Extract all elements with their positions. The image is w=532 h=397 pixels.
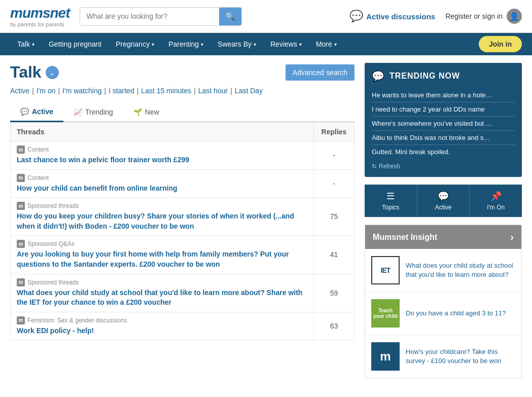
filter-i-started[interactable]: I started — [109, 87, 134, 95]
tab-active[interactable]: 💬 Active — [10, 102, 63, 122]
nav-item-more[interactable]: More ▾ — [309, 33, 344, 55]
refresh-label: Refresh — [379, 163, 400, 170]
register-link[interactable]: Register or sign in 👤 — [445, 9, 522, 24]
chevron-down-icon: ▾ — [334, 42, 337, 47]
join-button[interactable]: Join in — [479, 36, 522, 52]
nav-item-reviews[interactable]: Reviews ▾ — [263, 33, 309, 55]
insight-title: Mumsnet Insight — [373, 233, 437, 242]
sidebar-nav-active[interactable]: 💬 Active — [417, 185, 470, 217]
logo-main-text: mumsnet — [10, 5, 69, 21]
sidebar-nav-topics[interactable]: ☰ Topics — [365, 185, 417, 217]
trending-list: He wants to leave them alone in a hote…I… — [372, 88, 515, 159]
thread-cell: mSponsored Q&AsAre you looking to buy yo… — [11, 236, 314, 274]
trending-item[interactable]: Aibu to think Dsis was not broke and s… — [372, 131, 515, 145]
thread-link[interactable]: How do you keep your children busy? Shar… — [17, 212, 294, 230]
m-icon: m — [17, 240, 25, 248]
sidebar-nav-im-on[interactable]: 📌 I'm On — [470, 185, 522, 217]
iet-logo-thumb: IET — [371, 256, 400, 284]
thread-tag: mSponsored Q&As — [17, 240, 307, 248]
thread-category: Content — [27, 146, 49, 153]
replies-cell: 75 — [314, 198, 354, 236]
active-icon: 💬 — [438, 191, 449, 202]
filter-links: Active | I'm on | I'm watching | I start… — [10, 87, 354, 95]
m-icon: m — [17, 278, 25, 286]
thread-category: Sponsored Q&As — [27, 240, 75, 247]
active-discussions-link[interactable]: 💬 Active discussions — [349, 10, 435, 23]
replies-cell: 59 — [314, 274, 354, 312]
tab-trending-label: Trending — [85, 108, 113, 116]
replies-column-header: Replies — [314, 123, 354, 141]
trending-item[interactable]: I need to change 2 year old DDs name — [372, 102, 515, 117]
nav-item-parenting[interactable]: Parenting ▾ — [161, 33, 210, 55]
thread-table: Threads Replies mContentLast chance to w… — [10, 122, 354, 340]
insight-box: Mumsnet Insight › IET What does your chi… — [365, 225, 522, 378]
user-icon: 👤 — [507, 9, 522, 24]
thread-tag: mSponsored threads — [17, 202, 307, 210]
filter-active[interactable]: Active — [10, 87, 29, 95]
insight-item-2[interactable]: Teachyour child Do you have a child aged… — [365, 292, 521, 335]
m-icon: m — [17, 202, 25, 210]
thread-category: Feminism: Sex & gender discussions — [27, 317, 127, 324]
thread-tag: mContent — [17, 174, 307, 182]
nav-label-swears-by: Swears By — [218, 40, 252, 48]
chevron-down-icon: ▾ — [152, 42, 154, 47]
thread-cell: mFeminism: Sex & gender discussionsWork … — [11, 312, 314, 340]
topics-label: Topics — [382, 204, 399, 211]
advanced-search-button[interactable]: Advanced search — [286, 64, 354, 81]
table-row: mSponsored threadsHow do you keep your c… — [11, 198, 354, 236]
trending-header: 💬 TRENDING NOW — [372, 70, 515, 82]
filter-im-on[interactable]: I'm on — [37, 87, 56, 95]
m-icon: m — [17, 316, 25, 324]
nav-label-parenting: Parenting — [168, 40, 199, 48]
threads-column-header: Threads — [11, 123, 314, 141]
nav-label-reviews: Reviews — [270, 40, 297, 48]
nav-item-talk[interactable]: Talk ▾ — [10, 33, 42, 55]
nav-item-swears-by[interactable]: Swears By ▾ — [210, 33, 263, 55]
replies-cell: - — [314, 169, 354, 198]
refresh-button[interactable]: ↻ Refresh — [372, 163, 515, 170]
table-row: mFeminism: Sex & gender discussionsWork … — [11, 312, 354, 340]
trending-item[interactable]: Where's somewhere you've visited but … — [372, 117, 515, 131]
thread-link[interactable]: Work EDI policy - help! — [17, 327, 94, 335]
thread-tag: mFeminism: Sex & gender discussions — [17, 316, 307, 324]
nav-item-getting-pregnant[interactable]: Getting pregnant — [42, 33, 109, 55]
thread-link[interactable]: Are you looking to buy your first home w… — [17, 250, 289, 268]
replies-cell: 63 — [314, 312, 354, 340]
tab-active-label: Active — [32, 107, 53, 116]
main-content: Talk ⌄ Advanced search Active | I'm on |… — [0, 55, 532, 386]
talk-circle-check[interactable]: ⌄ — [46, 66, 59, 79]
register-label: Register or sign in — [445, 12, 503, 20]
thread-tag: mSponsored threads — [17, 278, 307, 286]
chevron-down-icon: ▾ — [201, 42, 203, 47]
trending-item[interactable]: Gutted. Mini break spoiled. — [372, 145, 515, 159]
insight-item-1[interactable]: IET What does your child study at school… — [365, 249, 521, 292]
trending-box: 💬 TRENDING NOW He wants to leave them al… — [365, 63, 522, 177]
filter-last-hour[interactable]: Last hour — [198, 87, 228, 95]
thread-cell: mSponsored threadsHow do you keep your c… — [11, 198, 314, 236]
replies-cell: 41 — [314, 236, 354, 274]
trending-item[interactable]: He wants to leave them alone in a hote… — [372, 88, 515, 102]
insight-header: Mumsnet Insight › — [365, 225, 521, 249]
nav-item-pregnancy[interactable]: Pregnancy ▾ — [109, 33, 161, 55]
thread-link[interactable]: How your child can benefit from online l… — [17, 184, 178, 192]
insight-text-3: How's your childcare? Take this survey -… — [406, 347, 515, 366]
thread-tag: mContent — [17, 146, 307, 154]
thread-link[interactable]: Last chance to win a pelvic floor traine… — [17, 156, 189, 164]
thread-cell: mSponsored threadsWhat does your child s… — [11, 274, 314, 312]
thread-link[interactable]: What does your child study at school tha… — [17, 288, 302, 307]
table-row: mContentLast chance to win a pelvic floo… — [11, 141, 354, 170]
filter-last-15[interactable]: Last 15 minutes — [141, 87, 191, 95]
tab-new[interactable]: 🌱 New — [123, 102, 169, 121]
insight-item-3[interactable]: m How's your childcare? Take this survey… — [365, 335, 521, 378]
site-logo[interactable]: mumsnet by parents for parents — [10, 5, 69, 27]
filter-last-day[interactable]: Last Day — [235, 87, 263, 95]
search-button[interactable]: 🔍 — [219, 8, 241, 25]
filter-im-watching[interactable]: I'm watching — [62, 87, 101, 95]
search-bar: 🔍 — [80, 7, 242, 26]
tab-trending[interactable]: 📈 Trending — [63, 102, 123, 121]
chevron-down-icon: ▾ — [299, 42, 302, 47]
nav-label-talk: Talk — [17, 40, 30, 48]
trending-chat-icon: 💬 — [372, 70, 384, 82]
m-logo-thumb: m — [371, 342, 400, 371]
search-input[interactable] — [80, 8, 219, 25]
